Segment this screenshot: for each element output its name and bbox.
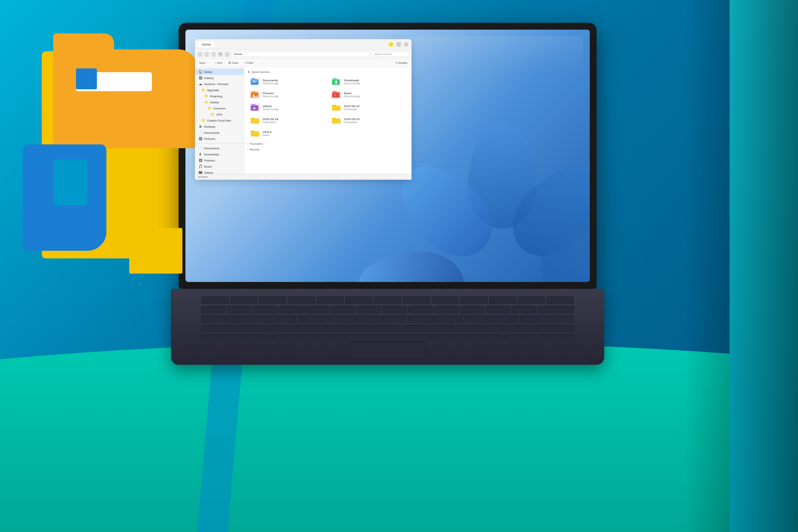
nav-back-button[interactable]: ‹ bbox=[197, 52, 203, 57]
key-6 bbox=[356, 306, 381, 314]
explorer-titlebar: Home bbox=[195, 39, 412, 50]
file-item-2024-09-18[interactable]: 2024-09-18 Downloads bbox=[247, 115, 327, 126]
svg-rect-19 bbox=[332, 106, 340, 110]
sidebar-item-appdata[interactable]: 📁 AppData bbox=[195, 87, 244, 93]
key-f2 bbox=[259, 296, 286, 304]
sidebar-item-documents[interactable]: 📄 Documents bbox=[195, 130, 244, 136]
key-f7 bbox=[403, 296, 430, 304]
sidebar-label-creative-cloud: Creative Cloud Files bbox=[207, 119, 231, 122]
sidebar-item-pictures[interactable]: 🖼 Pictures bbox=[195, 136, 244, 142]
key-h bbox=[375, 325, 401, 332]
key-j bbox=[402, 325, 427, 332]
sidebar-label-adobe: Adobe bbox=[210, 101, 219, 104]
file-item-documents[interactable]: Documents Stored locally bbox=[247, 76, 327, 87]
file-item-2024-09-23[interactable]: 2024-09-23 Downloads bbox=[329, 115, 408, 126]
desktop-icon: 🖥 bbox=[198, 125, 203, 128]
nav-home-button[interactable]: ⌂ bbox=[225, 52, 230, 57]
file-item-pictures[interactable]: Pictures Stored locally bbox=[247, 89, 327, 100]
file-item-downloads[interactable]: Downloads Stored locally bbox=[329, 76, 408, 87]
nav-forward-button[interactable]: › bbox=[204, 52, 209, 57]
key-f10 bbox=[489, 296, 516, 304]
sidebar-label-gallery: Gallery bbox=[204, 76, 214, 80]
sidebar-item-downloads[interactable]: ⬇ Downloads bbox=[195, 151, 244, 157]
key-f5 bbox=[345, 296, 372, 304]
sidebar-item-documents2[interactable]: 📄 Documents bbox=[195, 145, 244, 151]
key-row-1 bbox=[201, 296, 574, 304]
key-bracket-l bbox=[520, 315, 546, 323]
videos-file-name: Videos bbox=[263, 104, 279, 108]
sidebar-item-pictures2[interactable]: 🖼 Pictures bbox=[195, 157, 244, 163]
toolbar-filter-button[interactable]: ▿ Filter bbox=[242, 61, 255, 65]
key-a bbox=[241, 325, 266, 332]
folder-2024-09-16-sub: Downloads bbox=[344, 108, 359, 111]
downloads-icon: ⬇ bbox=[198, 152, 203, 156]
minimize-button[interactable] bbox=[389, 42, 393, 47]
laptop-touchpad[interactable] bbox=[350, 342, 426, 359]
roaming-icon: 📁 bbox=[204, 94, 209, 98]
key-7 bbox=[382, 306, 407, 314]
key-enter bbox=[536, 325, 574, 332]
sidebar-item-gallery[interactable]: 🖼 Gallery bbox=[195, 75, 244, 81]
svg-rect-8 bbox=[252, 91, 255, 93]
svg-rect-11 bbox=[332, 92, 340, 98]
documents-file-info: Documents Stored locally bbox=[263, 79, 279, 85]
key-tilde bbox=[201, 306, 226, 314]
toolbar-sort-button[interactable]: ↕ Sort bbox=[212, 61, 224, 65]
key-1 bbox=[227, 306, 252, 314]
toolbar-more-button[interactable]: ... bbox=[258, 61, 264, 65]
nav-up-button[interactable]: ↑ bbox=[211, 52, 216, 57]
sidebar-item-desktop[interactable]: 🖥 Desktop bbox=[195, 124, 244, 130]
toolbar-new-button[interactable]: New bbox=[197, 61, 207, 65]
toolbar-details-button[interactable]: ≡ Details bbox=[394, 61, 409, 65]
file-item-videos[interactable]: Videos Stored locally bbox=[247, 102, 327, 113]
sidebar-label-documents2: Documents bbox=[204, 147, 219, 150]
svg-rect-2 bbox=[252, 81, 257, 81]
favorites-header[interactable]: › Favorites bbox=[247, 142, 408, 146]
favorites-label: Favorites bbox=[250, 142, 262, 146]
maximize-button[interactable] bbox=[396, 42, 401, 47]
key-row-5 bbox=[201, 334, 574, 342]
adobe-icon: 📁 bbox=[204, 100, 209, 104]
file-item-music[interactable]: ♪ Music Stored locally bbox=[329, 89, 408, 100]
file-item-viola[interactable]: VIOLA Music bbox=[247, 128, 327, 139]
folder-viola-name: VIOLA bbox=[263, 130, 272, 134]
quick-access-arrow: ▼ bbox=[247, 71, 250, 73]
key-i bbox=[436, 315, 462, 323]
file-item-2024-09-16[interactable]: 2024-09-16 Downloads bbox=[329, 102, 408, 113]
toolbar-view-button[interactable]: ⊞ View bbox=[226, 61, 240, 65]
python-p-hole bbox=[53, 160, 87, 205]
key-plus bbox=[512, 306, 536, 314]
sidebar-item-creative-cloud[interactable]: 📁 Creative Cloud Files bbox=[195, 117, 244, 124]
key-t bbox=[353, 315, 379, 323]
explorer-addressbar: ‹ › ↑ ↻ ⌂ Home Search Home bbox=[195, 50, 412, 59]
key-row-4 bbox=[201, 325, 574, 332]
svg-rect-15 bbox=[252, 104, 255, 106]
sidebar-item-common[interactable]: 📁 Common bbox=[195, 105, 244, 111]
laptop-container: Home ‹ › ↑ ↻ ⌂ Home Search Home bbox=[160, 23, 616, 384]
key-row-3 bbox=[201, 315, 574, 323]
bloom-petal-5 bbox=[358, 252, 464, 282]
folder-viola-info: VIOLA Music bbox=[263, 130, 272, 136]
gallery-icon: 🖼 bbox=[198, 76, 203, 80]
address-path[interactable]: Home bbox=[231, 51, 370, 57]
sidebar-item-onedrive[interactable]: ☁ OneDrive - Personal bbox=[195, 81, 244, 87]
sidebar-item-roaming[interactable]: 📁 Roaming bbox=[195, 93, 244, 99]
onedrive-icon: ☁ bbox=[198, 82, 203, 86]
music-icon: 🎵 bbox=[198, 165, 203, 168]
folder-2024-09-16-info: 2024-09-16 Downloads bbox=[344, 104, 359, 111]
quick-access-label: Quick access bbox=[252, 70, 270, 74]
recent-header[interactable]: › Recent bbox=[247, 148, 408, 151]
sidebar-item-music[interactable]: 🎵 Music bbox=[195, 163, 244, 169]
quick-access-header[interactable]: ▼ Quick access bbox=[247, 70, 408, 74]
close-button[interactable] bbox=[404, 42, 408, 47]
sidebar-item-adobe[interactable]: 📁 Adobe bbox=[195, 99, 244, 105]
explorer-tab[interactable]: Home bbox=[198, 41, 215, 48]
sidebar-item-home[interactable]: 🏠 Home bbox=[195, 69, 244, 75]
downloads-file-name: Downloads bbox=[344, 79, 360, 82]
search-bar[interactable]: Search Home bbox=[371, 51, 409, 57]
explorer-statusbar: 44 items bbox=[195, 174, 412, 180]
sidebar-item-10percent[interactable]: 📁 10% bbox=[195, 111, 244, 117]
nav-refresh-button[interactable]: ↻ bbox=[218, 52, 223, 57]
yellow-block-bottom bbox=[129, 228, 182, 274]
key-f1 bbox=[230, 296, 258, 304]
